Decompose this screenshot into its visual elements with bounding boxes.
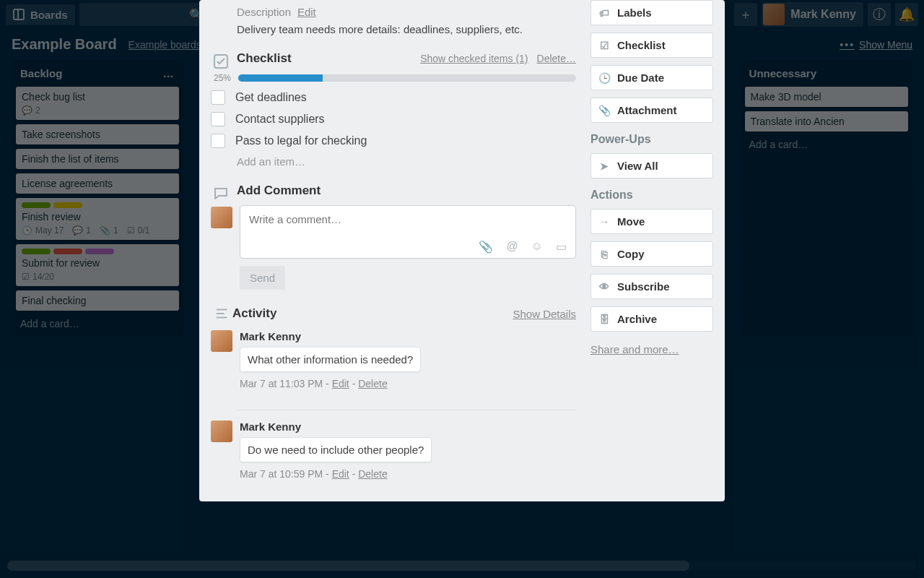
card-modal: Description Edit Delivery team needs mor… [199,0,725,501]
checklist-item[interactable]: Contact suppliers [211,112,576,126]
avatar [211,420,232,442]
attach-icon[interactable]: 📎 [479,240,493,254]
edit-link[interactable]: Edit [332,378,349,389]
arrow-right-icon: → [598,216,610,228]
checklist-item[interactable]: Pass to legal for checking [211,134,576,148]
powerups-heading: Power-Ups [590,133,713,146]
comment-icon [212,185,230,205]
checklist-percent: 25% [211,73,231,83]
subscribe-button[interactable]: 👁Subscribe [590,274,713,299]
copy-button[interactable]: ⎘Copy [590,241,713,267]
description-label: Description [237,6,291,18]
show-details-link[interactable]: Show Details [513,308,576,320]
delete-link[interactable]: Delete [358,468,387,480]
eye-icon: 👁 [598,281,610,293]
checklist-item-text: Contact suppliers [235,113,325,126]
view-all-button[interactable]: ➤View All [590,153,713,178]
description-section: Description Edit Delivery team needs mor… [237,6,576,35]
checklist-icon [212,53,230,73]
add-comment-title: Add Comment [237,184,576,198]
checkbox[interactable] [211,112,225,126]
arrow-icon: ➤ [598,160,610,172]
activity-meta: Mar 7 at 11:03 PM - Edit - Delete [240,378,576,389]
due-date-button[interactable]: 🕒Due Date [590,65,713,90]
card-icon[interactable]: ▭ [556,240,567,254]
card-sidebar: 🏷Labels ☑Checklist 🕒Due Date 📎Attachment… [590,0,713,487]
checklist-item-text: Pass to legal for checking [235,134,367,147]
activity-title: Activity [232,306,513,321]
actions-heading: Actions [590,189,713,202]
checklist-progress [238,74,576,82]
tag-icon: 🏷 [598,7,610,19]
activity-comment: What other information is needed? [240,347,421,372]
delete-link[interactable]: Delete [358,378,387,389]
avatar [211,207,232,228]
activity-item: Mark Kenny What other information is nee… [211,330,576,389]
archive-icon: 🗄 [598,314,610,325]
clock-icon: 🕒 [598,72,610,84]
send-button[interactable]: Send [240,266,285,290]
checklist-item[interactable]: Get deadlines [211,90,576,105]
comment-input-box[interactable]: 📎 @ ☺ ▭ [240,205,576,259]
checklist-title[interactable]: Checklist [237,51,292,66]
add-checklist-item[interactable]: Add an item… [237,155,576,168]
activity-meta: Mar 7 at 10:59 PM - Edit - Delete [240,468,576,480]
activity-author[interactable]: Mark Kenny [240,420,576,433]
share-link[interactable]: Share and more… [590,343,713,355]
mention-icon[interactable]: @ [506,240,518,254]
show-checked-link[interactable]: Show checked items (1) [420,53,528,64]
archive-button[interactable]: 🗄Archive [590,306,713,332]
checklist-button[interactable]: ☑Checklist [590,33,713,58]
divider [237,410,576,410]
checklist-section: Checklist Show checked items (1) Delete…… [237,51,576,168]
activity-comment: Do we need to include other people? [240,437,432,462]
checkbox[interactable] [211,134,225,148]
delete-checklist-link[interactable]: Delete… [537,53,576,64]
attachment-button[interactable]: 📎Attachment [590,98,713,123]
add-comment-section: Add Comment 📎 @ ☺ ▭ S [237,184,576,290]
checklist-icon: ☑ [598,40,610,51]
avatar [211,330,232,352]
move-button[interactable]: →Move [590,209,713,234]
activity-author[interactable]: Mark Kenny [240,330,576,342]
attach-icon: 📎 [598,105,610,116]
activity-item: Mark Kenny Do we need to include other p… [211,420,576,480]
emoji-icon[interactable]: ☺ [531,240,543,254]
checklist-item-text: Get deadlines [235,91,307,104]
description-edit-link[interactable]: Edit [297,6,316,18]
checkbox[interactable] [211,90,225,105]
labels-button[interactable]: 🏷Labels [590,0,713,25]
activity-icon [211,306,232,322]
activity-section: Activity Show Details Mark Kenny What ot… [237,306,576,480]
edit-link[interactable]: Edit [332,468,349,480]
description-text[interactable]: Delivery team needs more details: deadli… [237,23,576,35]
comment-input[interactable] [249,213,567,225]
copy-icon: ⎘ [598,249,610,260]
